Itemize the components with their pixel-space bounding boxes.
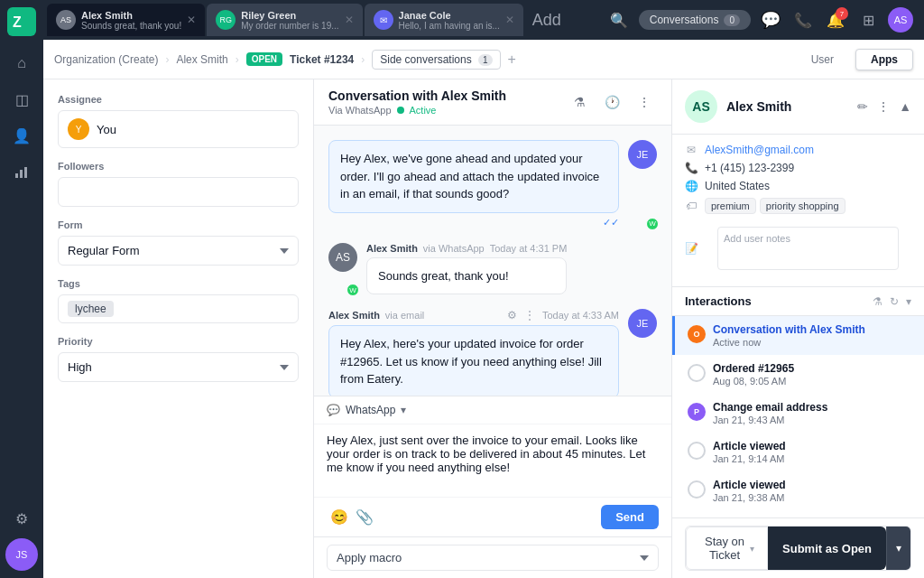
- add-tab-button[interactable]: Add: [525, 11, 568, 30]
- user-tags-row: 🏷 premium priority shopping: [685, 198, 911, 214]
- message-more-icon[interactable]: ⋮: [524, 309, 535, 322]
- interaction-item-2[interactable]: P Change email address Jan 21, 9:43 AM: [672, 394, 924, 433]
- interactions-collapse-icon[interactable]: ▾: [906, 295, 911, 308]
- macro-select[interactable]: Apply macro: [327, 545, 659, 571]
- sidebar-item-contacts[interactable]: 👤: [5, 119, 38, 152]
- user-notes[interactable]: Add user notes: [717, 227, 899, 270]
- breadcrumb-tab-buttons: User Apps: [797, 49, 913, 70]
- message-time-2: Today at 4:33 AM: [542, 310, 619, 321]
- sidebar-item-reports[interactable]: [5, 155, 38, 188]
- phone-icon[interactable]: 📞: [790, 7, 816, 33]
- followers-input[interactable]: [58, 177, 299, 207]
- tabbar-right: 🔍 Conversations 0 💬 📞 🔔 7 ⊞ AS: [606, 7, 920, 33]
- submit-as-open-button[interactable]: Submit as Open: [768, 527, 886, 570]
- customer-avatar-1: AS: [328, 243, 357, 272]
- conversation-title: Conversation with Alex Smith: [328, 89, 506, 103]
- form-select[interactable]: Regular Form: [58, 236, 299, 266]
- agent-avatar-container: JE W: [628, 140, 657, 228]
- agent-name-2: Alex Smith: [328, 310, 380, 321]
- interactions-list: O Conversation with Alex Smith Active no…: [672, 316, 924, 517]
- svg-text:Z: Z: [13, 14, 22, 30]
- interaction-item-1[interactable]: Ordered #12965 Aug 08, 9:05 AM: [672, 355, 924, 394]
- more-options-icon[interactable]: ⋮: [632, 89, 657, 115]
- tab-sub-alex: Sounds great, thank you!: [81, 21, 181, 31]
- stay-label: Stay on Ticket: [699, 535, 750, 562]
- interactions-section-header: Interactions ⚗ ↻ ▾: [672, 287, 924, 316]
- sidebar-item-settings[interactable]: ⚙: [5, 502, 38, 535]
- breadcrumb-org[interactable]: Organization (Create): [54, 53, 158, 66]
- notifications-button[interactable]: 🔔 7: [823, 7, 848, 33]
- message-row-agent-2: JE @ Alex Smith via email ⚙ ⋮ Today at 4…: [328, 309, 657, 396]
- send-button[interactable]: Send: [601, 505, 659, 529]
- conversations-button[interactable]: Conversations 0: [639, 10, 751, 30]
- assignee-name: You: [97, 123, 116, 136]
- tab-close-janae[interactable]: ✕: [505, 14, 514, 26]
- tab-alex-smith[interactable]: AS Alex Smith Sounds great, thank you! ✕: [47, 4, 205, 36]
- emoji-button[interactable]: 😊: [327, 505, 352, 529]
- filter-icon[interactable]: ⚗: [567, 89, 592, 115]
- stay-on-ticket-button[interactable]: Stay on Ticket ▾: [686, 527, 768, 570]
- user-tags: premium priority shopping: [705, 198, 845, 214]
- interaction-item-4[interactable]: Article viewed Jan 21, 9:38 AM: [672, 471, 924, 510]
- user-notes-row: 📝 Add user notes: [685, 219, 911, 277]
- compose-channel-chevron: ▾: [401, 404, 406, 416]
- sidebar: Z ⌂ ◫ 👤 ⚙ JS: [0, 0, 43, 578]
- tab-janae-cole[interactable]: ✉ Janae Cole Hello, I am having an is...…: [365, 4, 523, 36]
- sidebar-user-avatar[interactable]: JS: [5, 538, 38, 571]
- compose-channel-label: WhatsApp: [346, 404, 395, 416]
- user-more-icon[interactable]: ⋮: [877, 99, 890, 114]
- apps-grid-icon[interactable]: ⊞: [855, 7, 881, 33]
- breadcrumb-side-conversations[interactable]: Side conversations 1: [372, 50, 500, 70]
- conversation-via: Via WhatsApp Active: [328, 105, 506, 116]
- location-icon: 🌐: [685, 180, 698, 192]
- priority-select[interactable]: High: [58, 352, 299, 382]
- messages-area: JE W Hey Alex, we've gone ahead and upda…: [314, 126, 671, 396]
- breadcrumb-user[interactable]: Alex Smith: [176, 53, 227, 66]
- user-phone: +1 (415) 123-2399: [705, 162, 794, 174]
- assignee-selector[interactable]: Y You: [58, 110, 299, 148]
- user-avatar-top[interactable]: AS: [888, 7, 913, 33]
- user-collapse-icon[interactable]: ▲: [899, 99, 911, 114]
- interaction-item-3[interactable]: Article viewed Jan 21, 9:14 AM: [672, 433, 924, 471]
- interaction-item-0[interactable]: O Conversation with Alex Smith Active no…: [672, 316, 924, 355]
- stay-chevron-icon: ▾: [750, 544, 754, 554]
- tags-container[interactable]: lychee: [58, 294, 299, 323]
- interaction-sub-0: Active now: [713, 337, 911, 348]
- attach-button[interactable]: 📎: [352, 505, 377, 529]
- search-button[interactable]: 🔍: [606, 7, 632, 33]
- chat-icon[interactable]: 💬: [758, 7, 783, 33]
- interactions-refresh-icon[interactable]: ↻: [890, 295, 899, 308]
- agent-bubble-2: Alex Smith via email ⚙ ⋮ Today at 4:33 A…: [328, 309, 619, 396]
- edit-user-icon[interactable]: ✏: [857, 99, 868, 114]
- user-contact-info: ✉ AlexSmith@gmail.com 📞 +1 (415) 123-239…: [672, 135, 924, 287]
- app-logo[interactable]: Z: [7, 7, 36, 36]
- user-email[interactable]: AlexSmith@gmail.com: [705, 144, 814, 156]
- sidebar-item-views[interactable]: ◫: [5, 83, 38, 116]
- tab-user-button[interactable]: User: [797, 49, 848, 70]
- tab-apps-button[interactable]: Apps: [855, 49, 913, 70]
- tab-close-riley[interactable]: ✕: [345, 14, 354, 26]
- tab-riley-green[interactable]: RG Riley Green My order number is 19... …: [207, 4, 362, 36]
- interaction-item-5[interactable]: $ Receipt for order #2232534: [672, 510, 924, 517]
- svg-rect-2: [15, 173, 18, 178]
- sidebar-item-home[interactable]: ⌂: [5, 47, 38, 79]
- user-location-row: 🌐 United States: [685, 180, 911, 192]
- message-settings-icon[interactable]: ⚙: [507, 309, 517, 322]
- message-row-agent: JE W Hey Alex, we've gone ahead and upda…: [328, 140, 657, 228]
- stay-submit-group: Stay on Ticket ▾ Submit as Open ▾: [685, 526, 911, 571]
- left-panel: Assignee Y You Followers Form Regular Fo…: [43, 79, 314, 578]
- interaction-dot-3: [688, 442, 706, 460]
- active-label: Active: [410, 105, 437, 116]
- conversations-label: Conversations: [650, 14, 719, 26]
- compose-text-area[interactable]: Hey Alex, just sent over the invoice to …: [314, 424, 671, 497]
- email-icon: ✉: [685, 144, 698, 156]
- add-side-conversation[interactable]: +: [508, 51, 516, 68]
- interactions-filter-icon[interactable]: ⚗: [873, 295, 882, 308]
- interaction-title-1: Ordered #12965: [713, 362, 911, 375]
- compose-channel-selector[interactable]: 💬 WhatsApp ▾: [314, 396, 671, 424]
- submit-chevron-button[interactable]: ▾: [886, 527, 910, 570]
- agent-message-text: Hey Alex, we've gone ahead and updated y…: [328, 140, 619, 213]
- tab-close-alex[interactable]: ✕: [187, 14, 196, 26]
- history-icon[interactable]: 🕐: [599, 89, 624, 115]
- svg-rect-4: [24, 167, 27, 178]
